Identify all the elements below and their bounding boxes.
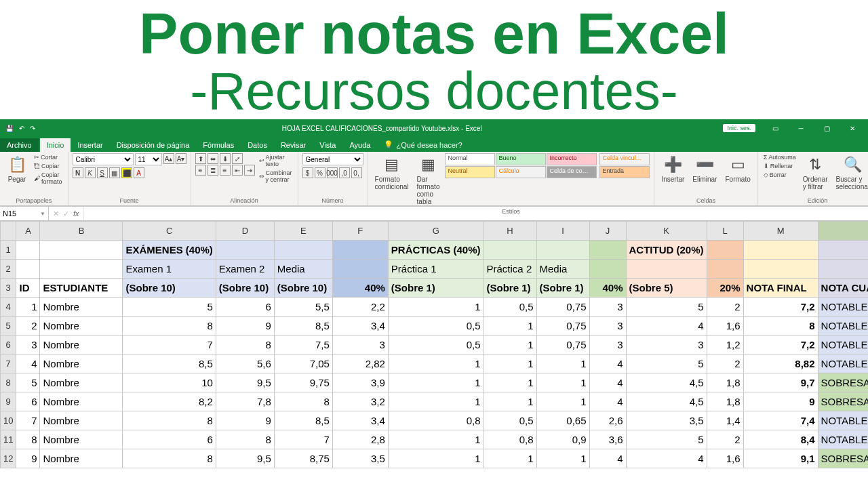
cell-C8[interactable]: 10 [123,373,216,392]
cell-D12[interactable]: 9,5 [216,449,274,468]
cell-L10[interactable]: 1,4 [707,411,743,430]
format-as-table-button[interactable]: ▦Dar formato como tabla [414,153,443,207]
cell-K6[interactable]: 3 [626,336,707,354]
cell-E11[interactable]: 7 [274,430,332,449]
cell-G1[interactable]: PRÁCTICAS (40%) [388,241,484,260]
style-calculo[interactable]: Cálculo [496,166,546,178]
style-neutral[interactable]: Neutral [445,166,495,178]
signin-button[interactable]: Inic. ses. [723,124,755,132]
cell-G8[interactable]: 1 [388,373,484,392]
cell-N12[interactable]: SOBRESALIENTE [818,449,868,468]
tab-review[interactable]: Revisar [274,138,313,152]
cell-H11[interactable]: 0,8 [484,430,536,449]
cell-J12[interactable]: 4 [589,449,626,468]
style-celda[interactable]: Celda de co… [547,166,597,178]
cell-G11[interactable]: 1 [388,430,484,449]
cell-M1[interactable] [743,241,818,260]
cell-H12[interactable]: 1 [484,449,536,468]
cell-M2[interactable] [743,260,818,279]
select-all-corner[interactable] [1,222,16,241]
style-vincul[interactable]: Celda vincul… [599,153,650,165]
cell-H4[interactable]: 0,5 [484,298,536,317]
cell-F5[interactable]: 3,4 [332,317,388,336]
col-header-J[interactable]: J [589,222,626,241]
cell-H5[interactable]: 1 [484,317,536,336]
align-bottom-icon[interactable]: ⬇ [220,153,231,164]
cell-L9[interactable]: 1,8 [707,392,743,411]
cell-D7[interactable]: 5,6 [216,354,274,373]
row-header-5[interactable]: 5 [1,317,16,336]
font-size-select[interactable]: 11 [135,153,162,165]
row-header-12[interactable]: 12 [1,449,16,468]
sheet-grid[interactable]: ABCDEFGHIJKLMN1EXÁMENES (40%)PRÁCTICAS (… [0,221,868,468]
col-header-I[interactable]: I [536,222,589,241]
row-header-8[interactable]: 8 [1,373,16,392]
cell-A9[interactable]: 6 [16,392,40,411]
cell-A10[interactable]: 7 [16,411,40,430]
cell-I3[interactable]: (Sobre 1) [536,279,589,298]
cell-A7[interactable]: 4 [16,354,40,373]
cell-I5[interactable]: 0,75 [536,317,589,336]
cell-D1[interactable] [216,241,274,260]
cell-G4[interactable]: 1 [388,298,484,317]
cell-styles-gallery[interactable]: Normal Bueno Incorrecto Neutral Cálculo … [445,153,597,178]
row-header-4[interactable]: 4 [1,298,16,317]
cell-C10[interactable]: 8 [123,411,216,430]
wrap-text-button[interactable]: ↩Ajustar texto [258,153,294,168]
cell-G10[interactable]: 0,8 [388,411,484,430]
cell-L8[interactable]: 1,8 [707,373,743,392]
cell-D11[interactable]: 8 [216,430,274,449]
col-header-G[interactable]: G [388,222,484,241]
col-header-D[interactable]: D [216,222,274,241]
style-entrada[interactable]: Entrada [599,166,650,178]
cell-G2[interactable]: Práctica 1 [388,260,484,279]
cell-A1[interactable] [16,241,40,260]
cell-E4[interactable]: 5,5 [274,298,332,317]
cell-N11[interactable]: NOTABLE [818,430,868,449]
cell-M10[interactable]: 7,4 [743,411,818,430]
bold-button[interactable]: N [73,167,83,178]
cell-I11[interactable]: 0,9 [536,430,589,449]
cell-F9[interactable]: 3,2 [332,392,388,411]
cell-J7[interactable]: 4 [589,354,626,373]
underline-button[interactable]: S [97,167,108,178]
row-header-7[interactable]: 7 [1,354,16,373]
percent-icon[interactable]: % [315,167,326,178]
cell-K8[interactable]: 4,5 [626,373,707,392]
cell-I9[interactable]: 1 [536,392,589,411]
cell-N7[interactable]: NOTABLE [818,354,868,373]
cell-D3[interactable]: (Sobre 10) [216,279,274,298]
tab-file[interactable]: Archivo [0,138,39,152]
cell-J8[interactable]: 4 [589,373,626,392]
row-header-1[interactable]: 1 [1,241,16,260]
cell-K3[interactable]: (Sobre 5) [626,279,707,298]
cell-L6[interactable]: 1,2 [707,336,743,354]
cell-K5[interactable]: 4 [626,317,707,336]
cell-I6[interactable]: 0,75 [536,336,589,354]
increase-font-icon[interactable]: A▴ [163,153,174,164]
cell-K11[interactable]: 5 [626,430,707,449]
border-button[interactable]: ▦ [109,167,120,178]
row-header-6[interactable]: 6 [1,336,16,354]
cell-N2[interactable] [818,260,868,279]
col-header-M[interactable]: M [743,222,818,241]
sort-filter-button[interactable]: ⇅Ordenar y filtrar [800,153,831,192]
font-color-button[interactable]: A [134,167,144,178]
cell-F6[interactable]: 3 [332,336,388,354]
cell-K4[interactable]: 5 [626,298,707,317]
row-header-3[interactable]: 3 [1,279,16,298]
thousands-icon[interactable]: 000 [327,167,338,178]
orientation-icon[interactable]: ⤢ [232,153,243,164]
fx-icon[interactable]: fx [73,209,79,218]
cell-K10[interactable]: 3,5 [626,411,707,430]
clear-button[interactable]: ◇Borrar [762,171,797,179]
cell-G12[interactable]: 1 [388,449,484,468]
save-icon[interactable]: 💾 [5,125,14,132]
tab-formulas[interactable]: Fórmulas [196,138,241,152]
cell-C2[interactable]: Examen 1 [123,260,216,279]
cell-I12[interactable]: 1 [536,449,589,468]
cell-C5[interactable]: 8 [123,317,216,336]
tab-home[interactable]: Inicio [40,138,71,152]
align-center-icon[interactable]: ≣ [208,165,218,176]
cell-I7[interactable]: 1 [536,354,589,373]
